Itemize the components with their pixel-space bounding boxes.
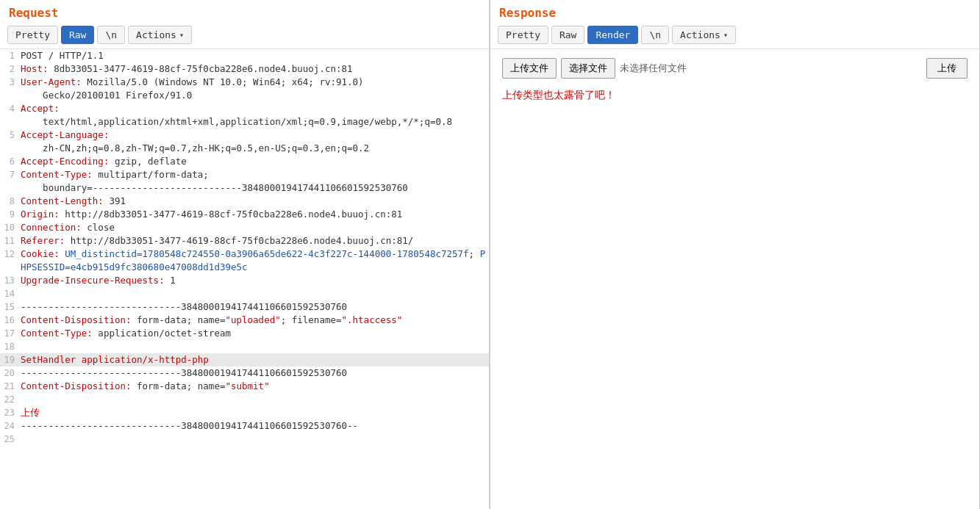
table-row: 13 Upgrade-Insecure-Requests: 1: [0, 274, 489, 287]
request-code-area: 1 POST / HTTP/1.1 2 Host: 8db33051-3477-…: [0, 48, 489, 509]
table-row: 5 Accept-Language:: [0, 129, 489, 142]
table-row: 18: [0, 340, 489, 353]
table-row: 20 -----------------------------38480001…: [0, 367, 489, 380]
raw-button[interactable]: Raw: [551, 26, 584, 44]
upload-form-row: 上传文件 选择文件 未选择任何文件 上传: [502, 58, 968, 79]
response-message: 上传类型也太露骨了吧！: [502, 89, 968, 102]
pretty-button[interactable]: Pretty: [498, 26, 548, 44]
request-toolbar: Pretty Raw \n Actions ▾: [0, 23, 489, 48]
actions-dropdown-arrow: ▾: [179, 31, 184, 39]
response-toolbar: Pretty Raw Render \n Actions ▾: [490, 23, 979, 48]
table-row: 23 上传: [0, 406, 489, 419]
table-row: 19 SetHandler application/x-httpd-php: [0, 353, 489, 367]
table-row: 6 Accept-Encoding: gzip, deflate: [0, 155, 489, 168]
table-row: 4 Accept:: [0, 102, 489, 115]
table-row: 12 Cookie: UM_distinctid=1780548c724550-…: [0, 248, 489, 274]
choose-file-button[interactable]: 选择文件: [561, 58, 615, 79]
table-row: 10 Connection: close: [0, 221, 489, 234]
render-button[interactable]: Render: [587, 26, 638, 44]
table-row: 9 Origin: http://8db33051-3477-4619-88cf…: [0, 208, 489, 221]
request-panel: Request Pretty Raw \n Actions ▾ 1 POST /…: [0, 0, 490, 509]
table-row: Gecko/20100101 Firefox/91.0: [0, 89, 489, 102]
no-file-text: 未选择任何文件: [620, 62, 687, 75]
table-row: 3 User-Agent: Mozilla/5.0 (Windows NT 10…: [0, 76, 489, 89]
newline-button[interactable]: \n: [97, 26, 125, 44]
actions-dropdown-arrow: ▾: [723, 31, 728, 39]
table-row: 22: [0, 393, 489, 406]
table-row: 14: [0, 287, 489, 300]
actions-button[interactable]: Actions ▾: [672, 26, 736, 44]
request-title: Request: [0, 0, 489, 23]
table-row: 7 Content-Type: multipart/form-data;: [0, 168, 489, 181]
table-row: 17 Content-Type: application/octet-strea…: [0, 327, 489, 340]
table-row: zh-CN,zh;q=0.8,zh-TW;q=0.7,zh-HK;q=0.5,e…: [0, 142, 489, 155]
table-row: 11 Referer: http://8db33051-3477-4619-88…: [0, 234, 489, 248]
table-row: boundary=---------------------------3848…: [0, 181, 489, 195]
table-row: 15 -----------------------------38480001…: [0, 300, 489, 314]
table-row: 16 Content-Disposition: form-data; name=…: [0, 314, 489, 327]
submit-upload-button[interactable]: 上传: [926, 58, 968, 79]
table-row: 2 Host: 8db33051-3477-4619-88cf-75f0cba2…: [0, 62, 489, 76]
table-row: 21 Content-Disposition: form-data; name=…: [0, 380, 489, 393]
actions-button[interactable]: Actions ▾: [128, 26, 192, 44]
table-row: text/html,application/xhtml+xml,applicat…: [0, 115, 489, 129]
response-title: Response: [490, 0, 979, 23]
table-row: 25: [0, 433, 489, 446]
response-body: 上传文件 选择文件 未选择任何文件 上传 上传类型也太露骨了吧！: [490, 48, 979, 509]
upload-file-button[interactable]: 上传文件: [502, 58, 557, 79]
table-row: 8 Content-Length: 391: [0, 195, 489, 208]
raw-button[interactable]: Raw: [61, 26, 94, 44]
pretty-button[interactable]: Pretty: [7, 26, 58, 44]
response-panel: Response Pretty Raw Render \n Actions ▾ …: [490, 0, 980, 509]
table-row: 24 -----------------------------38480001…: [0, 419, 489, 433]
table-row: 1 POST / HTTP/1.1: [0, 49, 489, 62]
newline-button[interactable]: \n: [641, 26, 669, 44]
